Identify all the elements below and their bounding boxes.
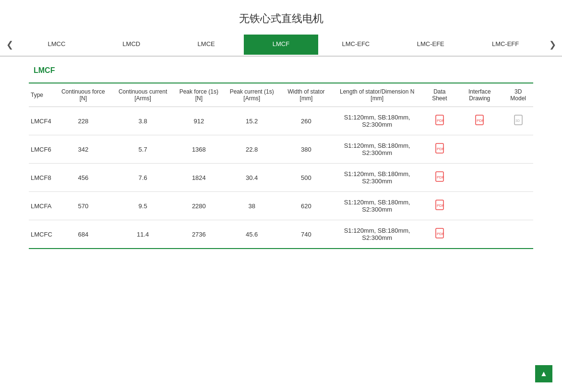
table-row: LMCFC68411.4273645.6740S1:120mm, SB:180m… [29,220,533,249]
tab-next-arrow[interactable]: ❯ [543,34,562,56]
pdf-icon[interactable]: PDF [435,174,444,184]
cell-peak-current: 15.2 [222,107,281,135]
table-header-2: Continuous current [Arms] [110,83,175,107]
cell-continuous-current: 9.5 [110,192,175,220]
cell-data-sheet: PDF [423,107,456,135]
table-header-row: TypeContinuous force [N]Continuous curre… [29,83,533,107]
cell-3d-model [503,220,533,249]
svg-text:PDF: PDF [437,203,444,208]
main-content: LMCF TypeContinuous force [N]Continuous … [0,57,562,259]
cell-continuous-current: 3.8 [110,107,175,135]
cell-continuous-current: 7.6 [110,164,175,192]
cell-peak-current: 38 [222,192,281,220]
svg-text:3D: 3D [515,119,520,122]
cell-continuous-force: 342 [56,135,110,164]
cell-length: S1:120mm, SB:180mm, S2:300mm [331,107,423,135]
table-header-8: Interface Drawing [456,83,503,107]
cell-type: LMCF6 [29,135,56,164]
table-header-5: Width of stator [mm] [281,83,331,107]
table-header-1: Continuous force [N] [56,83,110,107]
table-header-3: Peak force (1s) [N] [175,83,222,107]
cell-continuous-force: 570 [56,192,110,220]
cell-type: LMCF4 [29,107,56,135]
pdf-icon[interactable]: PDF [435,146,444,155]
cell-3d-model [503,135,533,164]
cell-peak-force: 1824 [175,164,222,192]
tab-bar: ❮ LMCCLMCDLMCELMCFLMC-EFCLMC-EFELMC-EFF … [0,34,562,57]
cell-type: LMCFC [29,220,56,249]
cell-width: 620 [281,192,331,220]
cell-length: S1:120mm, SB:180mm, S2:300mm [331,220,423,249]
cell-continuous-force: 684 [56,220,110,249]
tab-item-lmcd[interactable]: LMCD [94,35,169,55]
cell-continuous-current: 11.4 [110,220,175,249]
cell-continuous-force: 456 [56,164,110,192]
table-body: LMCF42283.891215.2260S1:120mm, SB:180mm,… [29,107,533,249]
cell-peak-force: 2736 [175,220,222,249]
svg-text:PDF: PDF [437,175,444,179]
cell-3d-model [503,164,533,192]
table-header-0: Type [29,83,56,107]
svg-text:PDF: PDF [477,119,484,123]
page-title: 无铁心式直线电机 [0,0,562,34]
table-header-6: Length of stator/Dimension N [mm] [331,83,423,107]
cell-length: S1:120mm, SB:180mm, S2:300mm [331,135,423,164]
cell-width: 380 [281,135,331,164]
cell-width: 740 [281,220,331,249]
cell-type: LMCF8 [29,164,56,192]
cell-peak-force: 2280 [175,192,222,220]
interface-drawing-icon[interactable]: PDF [475,119,484,127]
table-row: LMCF84567.6182430.4500S1:120mm, SB:180mm… [29,164,533,192]
svg-text:PDF: PDF [437,119,444,123]
cell-interface-drawing [456,164,503,192]
cell-peak-current: 45.6 [222,220,281,249]
svg-text:PDF: PDF [437,232,444,236]
tab-prev-arrow[interactable]: ❮ [0,34,19,56]
pdf-icon[interactable]: PDF [435,231,444,240]
table-header-9: 3D Model [503,83,533,107]
cell-type: LMCFA [29,192,56,220]
cell-interface-drawing: PDF [456,107,503,135]
cell-continuous-current: 5.7 [110,135,175,164]
cell-data-sheet: PDF [423,135,456,164]
table-row: LMCFA5709.5228038620S1:120mm, SB:180mm, … [29,192,533,220]
table-header-7: Data Sheet [423,83,456,107]
tab-item-lmce[interactable]: LMCE [169,35,244,55]
cell-peak-current: 30.4 [222,164,281,192]
tab-item-lmc-eff[interactable]: LMC-EFF [468,35,543,55]
cell-interface-drawing [456,192,503,220]
table-row: LMCF63425.7136822.8380S1:120mm, SB:180mm… [29,135,533,164]
tab-item-lmc-efe[interactable]: LMC-EFE [393,35,468,55]
cell-width: 500 [281,164,331,192]
cell-3d-model: 3D [503,107,533,135]
tab-item-lmcf[interactable]: LMCF [244,35,319,55]
3d-model-icon[interactable]: 3D [514,119,523,127]
table-header-4: Peak current (1s) [Arms] [222,83,281,107]
cell-peak-force: 912 [175,107,222,135]
svg-text:PDF: PDF [437,147,444,151]
tab-item-lmc-efc[interactable]: LMC-EFC [318,35,393,55]
cell-interface-drawing [456,135,503,164]
section-title: LMCF [29,66,533,75]
cell-peak-force: 1368 [175,135,222,164]
cell-peak-current: 22.8 [222,135,281,164]
table-row: LMCF42283.891215.2260S1:120mm, SB:180mm,… [29,107,533,135]
cell-continuous-force: 228 [56,107,110,135]
cell-length: S1:120mm, SB:180mm, S2:300mm [331,192,423,220]
tab-item-lmcc[interactable]: LMCC [19,35,94,55]
tab-list: LMCCLMCDLMCELMCFLMC-EFCLMC-EFELMC-EFF [19,35,543,55]
pdf-icon[interactable]: PDF [435,202,444,212]
cell-data-sheet: PDF [423,164,456,192]
cell-3d-model [503,192,533,220]
cell-interface-drawing [456,220,503,249]
cell-length: S1:120mm, SB:180mm, S2:300mm [331,164,423,192]
cell-data-sheet: PDF [423,220,456,249]
cell-width: 260 [281,107,331,135]
cell-data-sheet: PDF [423,192,456,220]
data-table: TypeContinuous force [N]Continuous curre… [29,83,533,249]
pdf-icon[interactable]: PDF [435,118,444,127]
